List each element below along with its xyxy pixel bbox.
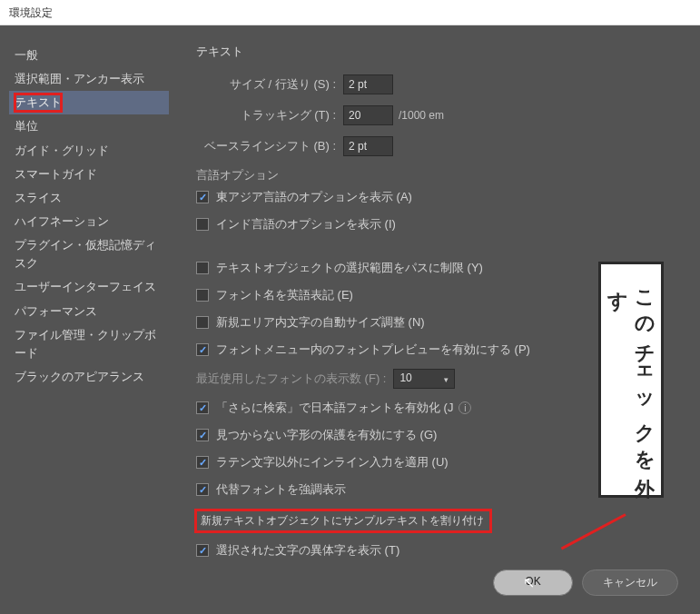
sidebar-item-general[interactable]: 一般 [9,44,169,67]
checkbox-auto-size[interactable] [196,316,209,329]
info-icon[interactable]: i [458,401,471,414]
sidebar-item-selection[interactable]: 選択範囲・アンカー表示 [9,67,169,91]
checkbox-more-search[interactable] [196,401,209,414]
size-leading-input[interactable] [343,74,393,94]
section-heading: テキスト [196,44,682,60]
recent-fonts-label: 最近使用したフォントの表示数 (F) : [196,371,386,387]
ok-button[interactable]: OK ↖ [493,569,573,596]
checkbox-east-asian[interactable] [196,191,209,203]
sidebar-item-hyphenation[interactable]: ハイフネーション [9,210,169,233]
sidebar-item-text[interactable]: テキスト [9,91,169,114]
label-limit-selection: テキストオブジェクトの選択範囲をパスに制限 (Y) [216,260,483,276]
checkbox-english-fontname[interactable] [196,289,209,302]
label-auto-size: 新規エリア内文字の自動サイズ調整 (N) [216,314,425,331]
cancel-button[interactable]: キャンセル [582,569,678,596]
label-more-search: 「さらに検索」で日本語フォントを有効化 (J [216,400,453,416]
label-substitute-font: 代替フォントを強調表示 [216,481,346,498]
checkbox-show-variants[interactable] [196,544,209,557]
sidebar-item-smartguides[interactable]: スマートガイド [9,163,169,186]
sidebar-item-units[interactable]: 単位 [9,114,169,138]
label-indic: インド言語のオプションを表示 (I) [216,216,396,233]
sidebar-item-plugins[interactable]: プラグイン・仮想記憶ディスク [9,233,169,275]
sidebar-item-slices[interactable]: スライス [9,186,169,210]
checkbox-font-preview[interactable] [196,343,209,356]
sidebar-item-file[interactable]: ファイル管理・クリップボード [9,323,169,365]
tracking-label: トラッキング (T) : [191,107,336,124]
main-panel: テキスト サイズ / 行送り (S) : トラッキング (T) : /1000 … [173,44,691,605]
sidebar-item-ui[interactable]: ユーザーインターフェイス [9,275,169,299]
tracking-input[interactable] [343,105,393,125]
label-english-fontname: フォント名を英語表記 (E) [216,287,353,303]
annotation-callout: このチェックを外す [598,262,664,498]
recent-fonts-select[interactable]: 10 ▾ [393,369,455,389]
language-options-heading: 言語オプション [196,167,682,183]
chevron-down-icon: ▾ [444,375,449,384]
highlight-text-category: テキスト [15,94,62,112]
sidebar-item-performance[interactable]: パフォーマンス [9,300,169,323]
baseline-label: ベースラインシフト (B) : [191,138,336,154]
label-show-variants: 選択された文字の異体字を表示 (T) [216,542,399,559]
checkbox-glyph-protect[interactable] [196,429,209,441]
label-glyph-protect: 見つからない字形の保護を有効にする (G) [216,427,437,443]
highlight-sample-text-option: 新規テキストオブジェクトにサンプルテキストを割り付け [194,509,492,533]
size-leading-label: サイズ / 行送り (S) : [191,76,336,93]
sidebar: 一般 選択範囲・アンカー表示 テキスト 単位 ガイド・グリッド スマートガイド … [9,44,173,605]
label-inline-input: ラテン文字以外にインライン入力を適用 (U) [216,454,449,470]
checkbox-substitute-font[interactable] [196,483,209,496]
checkbox-inline-input[interactable] [196,456,209,469]
checkbox-indic[interactable] [196,218,209,231]
label-east-asian: 東アジア言語のオプションを表示 (A) [216,189,412,205]
sidebar-item-black[interactable]: ブラックのアピアランス [9,365,169,389]
checkbox-limit-selection[interactable] [196,262,209,274]
label-sample-text: 新規テキストオブジェクトにサンプルテキストを割り付け [201,513,484,529]
tracking-unit: /1000 em [399,109,444,122]
baseline-input[interactable] [343,136,393,156]
window-title: 環境設定 [0,0,700,25]
label-font-preview: フォントメニュー内のフォントプレビューを有効にする (P) [216,342,530,358]
sidebar-item-guides[interactable]: ガイド・グリッド [9,139,169,163]
